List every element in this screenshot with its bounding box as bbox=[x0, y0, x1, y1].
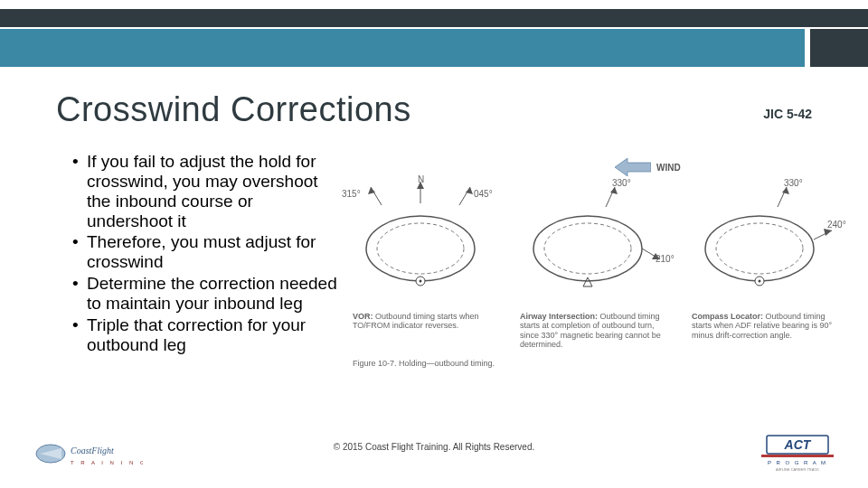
wind-indicator: WIND bbox=[615, 158, 681, 176]
figure-label: Figure 10-7. Holding—outbound timing. bbox=[353, 359, 495, 368]
svg-rect-32 bbox=[761, 455, 834, 457]
logo-icon: ACT P R O G R A M AIRLINE CAREER TRACK bbox=[761, 432, 834, 472]
coast-flight-logo: CoastFlight T R A I N I N G bbox=[34, 436, 143, 472]
svg-point-18 bbox=[705, 216, 814, 281]
angle-label: 240° bbox=[827, 220, 846, 230]
bullet-list: If you fail to adjust the hold for cross… bbox=[72, 152, 344, 356]
header-bar-right-dark bbox=[810, 29, 868, 67]
caption-bold: Airway Intersection: bbox=[520, 312, 598, 321]
caption-bold: Compass Locator: bbox=[692, 312, 763, 321]
svg-point-2 bbox=[377, 223, 464, 274]
bullet-item: If you fail to adjust the hold for cross… bbox=[72, 152, 344, 230]
svg-point-21 bbox=[759, 280, 761, 283]
angle-label: 210° bbox=[656, 254, 675, 264]
svg-text:AIRLINE CAREER TRACK: AIRLINE CAREER TRACK bbox=[776, 467, 819, 472]
wind-arrow-icon bbox=[615, 158, 651, 176]
slide-title: Crosswind Corrections bbox=[56, 90, 411, 129]
pattern-diagram-icon bbox=[520, 176, 665, 294]
holding-pattern-compass: 330° 240° Compass Locator: Outbound timi… bbox=[692, 176, 836, 294]
caption-bold: VOR: bbox=[353, 312, 373, 321]
svg-text:ACT: ACT bbox=[784, 437, 812, 452]
svg-point-1 bbox=[366, 216, 475, 281]
svg-text:T R A I N I N G: T R A I N I N G bbox=[71, 460, 143, 465]
logo-icon: CoastFlight T R A I N I N G bbox=[34, 436, 143, 472]
svg-point-11 bbox=[533, 216, 642, 281]
svg-text:CoastFlight: CoastFlight bbox=[71, 446, 114, 455]
slide-reference: JIC 5-42 bbox=[763, 107, 812, 121]
slide: Crosswind Corrections JIC 5-42 If you fa… bbox=[0, 0, 868, 488]
svg-point-19 bbox=[716, 223, 803, 274]
figure-area: WIND 315° N 045° VOR: Outbound timing st… bbox=[353, 158, 841, 366]
holding-pattern-intersection: 330° 210° Airway Intersection: Outbound … bbox=[520, 176, 665, 294]
svg-point-4 bbox=[420, 280, 422, 283]
bullet-item: Therefore, you must adjust for crosswind bbox=[72, 232, 344, 272]
wind-label: WIND bbox=[656, 163, 681, 173]
angle-label: 315° bbox=[342, 189, 361, 199]
holding-pattern-vor: 315° N 045° VOR: Outbound timing starts … bbox=[353, 176, 497, 294]
angle-label: 330° bbox=[612, 178, 631, 188]
angle-label: 330° bbox=[784, 178, 803, 188]
bullet-item: Determine the correction needed to maint… bbox=[72, 274, 344, 314]
act-program-logo: ACT P R O G R A M AIRLINE CAREER TRACK bbox=[761, 432, 834, 472]
header-bar-dark bbox=[0, 9, 868, 27]
angle-label: N bbox=[418, 174, 424, 184]
svg-point-12 bbox=[544, 223, 631, 274]
pattern-diagram-icon bbox=[692, 176, 836, 294]
bullet-item: Triple that correction for your outbound… bbox=[72, 315, 344, 355]
svg-marker-0 bbox=[615, 158, 651, 176]
svg-marker-13 bbox=[583, 277, 592, 286]
svg-text:P R O G R A M: P R O G R A M bbox=[768, 460, 827, 465]
header-bar-blue bbox=[0, 29, 805, 67]
svg-marker-25 bbox=[824, 229, 832, 236]
angle-label: 045° bbox=[474, 189, 493, 199]
